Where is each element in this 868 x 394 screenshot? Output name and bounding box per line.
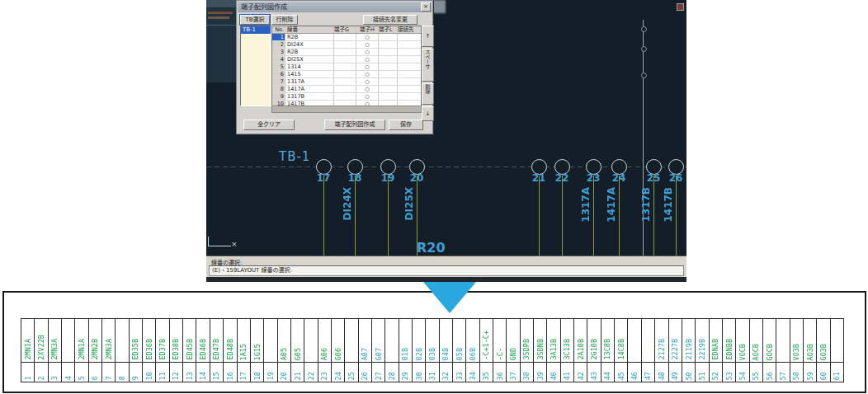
terminal-h-mark: ○: [356, 71, 379, 77]
delete-button[interactable]: 削除: [422, 83, 434, 105]
close-icon[interactable]: ×: [421, 2, 431, 12]
cell-label-text: AO3B: [806, 344, 814, 360]
table-cell: [334, 56, 356, 63]
table-row[interactable]: 51314○: [272, 63, 421, 71]
list-item-selected[interactable]: TB-1: [241, 26, 271, 34]
cell-label-zone: [385, 319, 398, 362]
cell-label-zone: 04B: [440, 319, 452, 362]
cell-label-text: ED45B: [186, 339, 194, 360]
move-down-button[interactable]: ↓: [422, 106, 434, 121]
cell-number-text: 50: [685, 372, 693, 380]
cell-number-zone: 14: [196, 362, 209, 382]
cell-label-text: 2MN1A: [24, 339, 32, 360]
cell-label-zone: AO3B: [804, 319, 816, 362]
cell-number: 13: [183, 372, 196, 380]
cell-number-text: 14: [199, 372, 207, 380]
cell-label-zone: 05B: [453, 319, 465, 362]
terminal-cell: 2MN3A7: [101, 319, 115, 382]
cell-number-zone: 11: [156, 362, 168, 382]
cell-label-text: 2219B: [698, 339, 706, 360]
terminal-cell: -C-36: [493, 319, 506, 382]
cell-number: 33: [453, 372, 465, 380]
table-row[interactable]: 81417A○: [272, 86, 421, 93]
terminal-h-mark: ○: [356, 78, 379, 85]
cell-number: 5: [75, 376, 87, 380]
cell-label-text: EDNBB: [725, 339, 734, 360]
cell-label-text: 3SDNB: [536, 339, 545, 360]
cell-number-text: 19: [267, 372, 275, 380]
table-cell: [398, 41, 421, 48]
cell-number: 45: [615, 372, 627, 380]
wire-label: 1317A: [579, 187, 592, 223]
spacer-button[interactable]: スペーサ: [422, 49, 434, 82]
cell-label-zone: -C+1-C+: [480, 319, 493, 362]
cell-number: 35: [480, 372, 493, 380]
cell-number-text: 5: [78, 376, 86, 380]
table-header-cell: 接続先: [398, 26, 421, 33]
cell-label: 2A10B: [574, 339, 587, 360]
row-delete-button[interactable]: 行削除: [271, 15, 298, 25]
cell-number-zone: 37: [507, 362, 519, 382]
terminal-cell: 2119B50: [682, 319, 695, 382]
cell-label-zone: 2G10B: [587, 319, 600, 362]
cell-label-zone: ED45B: [183, 319, 196, 362]
terminal-cell: 06B34: [465, 319, 479, 382]
table-row[interactable]: 61415○: [272, 71, 421, 78]
cell-number-zone: 13: [183, 362, 196, 382]
rename-destination-button[interactable]: 接続先名変更: [363, 15, 417, 25]
cell-number: 51: [696, 372, 708, 380]
cell-number-text: 15: [212, 372, 220, 380]
table-cell: [398, 49, 421, 55]
cell-number-zone: 59: [804, 362, 816, 382]
table-cell: [379, 34, 398, 40]
save-button[interactable]: 保存: [389, 120, 423, 130]
table-row[interactable]: 2DI24X○: [272, 41, 421, 49]
window-button[interactable]: [677, 3, 684, 11]
cell-label-text: ED35B: [131, 339, 139, 360]
tb-listbox[interactable]: TB-1: [240, 26, 271, 106]
cell-number-zone: 28: [385, 362, 398, 382]
table-cell: [334, 41, 356, 48]
cell-label-zone: [642, 319, 654, 362]
table-row[interactable]: 4DI25X○: [272, 56, 421, 63]
cell-label-text: 02B: [415, 348, 423, 360]
cell-number-text: 25: [347, 372, 356, 380]
cell-number-zone: 42: [574, 362, 587, 382]
cell-label-text: VO3B: [792, 344, 800, 360]
cell-label-text: 1A15: [239, 344, 248, 360]
wire-label: 1417B: [662, 187, 675, 223]
palette-text-line: [208, 12, 233, 14]
cell-label: 2G10B: [587, 339, 600, 360]
cell-number-text: 48: [658, 372, 666, 380]
cell-number: 19: [264, 372, 276, 380]
cell-label: ED37B: [156, 339, 168, 360]
cell-number-text: 1: [24, 376, 32, 380]
table-row[interactable]: 3R2B○: [272, 49, 421, 56]
cell-label: EDNAB: [710, 339, 722, 360]
table-row[interactable]: 1R2B○: [272, 34, 421, 41]
command-input[interactable]: (E)・159LAYOUT 線番の選択:: [209, 265, 684, 276]
table-horizontal-scrollbar[interactable]: [271, 106, 422, 113]
wire-name-cell: 1417A: [285, 86, 334, 92]
cell-label: VOCB: [736, 344, 748, 360]
table-row[interactable]: 71317A○: [272, 78, 421, 86]
create-layout-button[interactable]: 端子配列図作成: [324, 120, 385, 130]
cell-label-zone: ED38B: [170, 319, 182, 362]
cell-number: 20: [278, 372, 290, 380]
wire-line: [653, 176, 654, 256]
terminal-cell: 28: [384, 319, 398, 382]
terminal-cell: EDNAB52: [709, 319, 722, 382]
move-up-button[interactable]: ↑: [422, 26, 434, 47]
cell-label-zone: ED47B: [210, 319, 223, 362]
wire-line: [539, 176, 540, 256]
clear-all-button[interactable]: 全クリア: [243, 120, 295, 130]
terminal-cell: 2MN1A5: [74, 319, 87, 382]
cell-label-zone: GOCB: [763, 319, 776, 362]
table-row[interactable]: 91317B○: [272, 93, 421, 101]
cell-label-text: ED47B: [212, 339, 220, 360]
tb-select-button[interactable]: TB選択: [240, 15, 270, 25]
cell-number: 31: [426, 372, 438, 380]
cell-number-text: 54: [738, 372, 747, 380]
cell-label: 2XV22B: [35, 335, 47, 360]
table-cell: [379, 93, 398, 100]
